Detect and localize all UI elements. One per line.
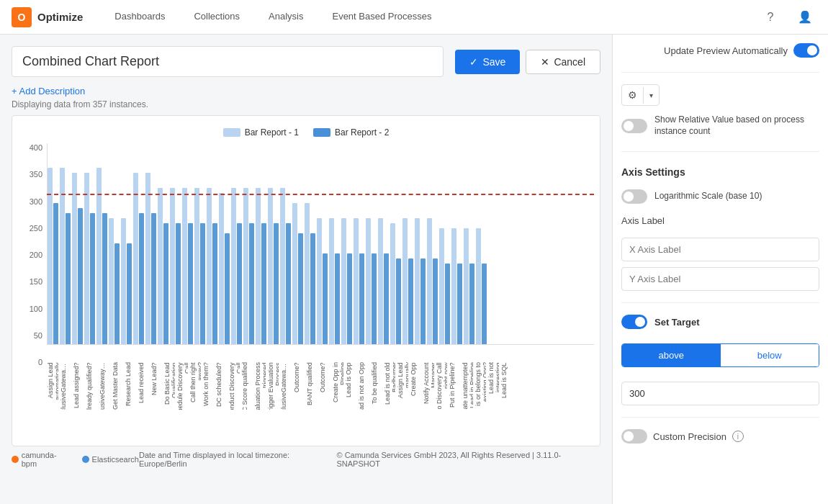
x-axis-label: Outcome? (319, 362, 330, 410)
logarithmic-label: Logarithmic Scale (base 10) (654, 191, 762, 202)
y-axis-label: 0 (38, 358, 42, 366)
y-axis-label: 250 (30, 224, 42, 233)
bar-group (158, 188, 168, 344)
y-axis-label: 100 (30, 305, 42, 313)
update-preview-row: Update Preview Automatically (621, 43, 819, 58)
nav-items: Dashboards Collections Analysis Event Ba… (100, 0, 446, 35)
main-area: ✓ Save ✕ Cancel + Add Description Displa… (0, 35, 828, 504)
report-title-input[interactable] (12, 46, 444, 77)
bar-1 (292, 203, 297, 344)
add-description-link[interactable]: + Add Description (12, 86, 600, 96)
save-button[interactable]: ✓ Save (455, 50, 520, 74)
below-button[interactable]: below (721, 344, 819, 366)
content-area: ✓ Save ✕ Cancel + Add Description Displa… (0, 35, 612, 504)
bar-group (476, 228, 487, 344)
help-button[interactable]: ? (759, 6, 782, 29)
bar-2 (384, 253, 389, 344)
bar-2 (102, 213, 107, 344)
target-line (47, 194, 594, 195)
custom-precision-row: Custom Precision i (621, 429, 819, 444)
bar-2 (323, 253, 328, 344)
title-bar: ✓ Save ✕ Cancel (12, 46, 600, 77)
nav-dashboards[interactable]: Dashboards (100, 0, 179, 35)
bar-1 (305, 203, 310, 344)
user-button[interactable]: 👤 (793, 6, 816, 29)
cancel-button[interactable]: ✕ Cancel (526, 50, 600, 74)
x-axis-label: ExclusiveGateway_0m8przv (280, 362, 292, 410)
x-axis-label: DC Score qualified (241, 362, 253, 410)
x-axis-label: Trigger Evaluation Process (267, 362, 279, 410)
bar-group (121, 218, 132, 344)
y-axis-input[interactable] (621, 267, 819, 291)
footer-copyright: © Camunda Services GmbH 2023, All Rights… (336, 451, 600, 468)
show-relative-toggle[interactable] (621, 119, 647, 133)
x-axis-label: InclusiveGateway_1qmuhing (99, 362, 110, 410)
elastic-dot (82, 456, 89, 463)
bar-2 (433, 258, 438, 344)
custom-precision-toggle[interactable] (621, 429, 647, 444)
y-axis: 400350300250200150100500 (18, 143, 47, 410)
bar-group (256, 188, 266, 344)
bar-group (292, 203, 303, 344)
bar-2 (78, 208, 83, 344)
bar-group (415, 218, 426, 344)
bar-1 (439, 228, 444, 344)
logarithmic-toggle[interactable] (621, 189, 647, 204)
above-button[interactable]: above (622, 344, 721, 366)
x-axis-label: Lead is Opp (345, 362, 356, 410)
bar-group (219, 193, 230, 344)
nav-analysis[interactable]: Analysis (254, 0, 318, 35)
set-target-row: Set Target (621, 315, 819, 329)
bar-group (378, 218, 389, 344)
show-relative-label: Show Relative Value based on process ins… (654, 114, 819, 137)
target-value-input[interactable] (621, 382, 819, 405)
bar-2 (372, 253, 377, 344)
x-axis-label: Lead is not old Badburner (384, 362, 395, 410)
bar-1 (133, 173, 138, 344)
x-axis-label: Lead is not an Opp (358, 362, 369, 410)
legend-label-1: Bar Report - 1 (245, 127, 299, 138)
footer: camunda-bpm Elasticsearch Date and Time … (12, 446, 600, 472)
update-preview-toggle[interactable] (793, 43, 819, 58)
bar-1 (341, 218, 346, 344)
bars-area (47, 143, 594, 345)
footer-timezone: Date and Time displayed in local timezon… (139, 451, 337, 468)
legend-label-2: Bar Report - 2 (335, 127, 389, 138)
x-axis-label: Lead is SQL (500, 362, 512, 410)
bar-1 (243, 188, 248, 344)
bar-group (390, 223, 401, 344)
logarithmic-row: Logarithmic Scale (base 10) (621, 189, 819, 204)
x-axis-label: Get Master Data (112, 362, 123, 410)
settings-gear-button[interactable]: ⚙ ▾ (621, 84, 660, 106)
bar-1 (170, 188, 175, 344)
x-axis-label: Already qualified? (86, 362, 97, 410)
nav-event-based-processes[interactable]: Event Based Processes (318, 0, 446, 35)
bar-2 (347, 253, 352, 344)
x-axis-label: Call then right away? (189, 362, 201, 410)
set-target-toggle[interactable] (621, 315, 647, 329)
bar-1 (451, 228, 456, 344)
logo-area: O Optimize (12, 7, 83, 27)
action-buttons: ✓ Save ✕ Cancel (455, 50, 600, 74)
instance-info: Displaying data from 357 instances. (12, 99, 600, 109)
chevron-down-icon: ▾ (643, 87, 659, 104)
cancel-x-icon: ✕ (541, 56, 549, 68)
axis-settings-title: Axis Settings (621, 166, 819, 178)
bar-1 (390, 223, 395, 344)
chart-inner: Assign Lead automaticallyExclusiveGatewa… (47, 143, 594, 410)
x-axis-input[interactable] (621, 238, 819, 261)
custom-precision-info-icon[interactable]: i (732, 431, 744, 442)
x-axis-label: Notify Account Manager (423, 362, 434, 410)
target-input-wrap (621, 382, 819, 405)
update-preview-label: Update Preview Automatically (664, 45, 788, 56)
bar-group (366, 218, 377, 344)
bar-1 (84, 173, 89, 344)
y-axis-label: 50 (34, 331, 42, 340)
nav-collections[interactable]: Collections (179, 0, 254, 35)
x-labels: Assign Lead automaticallyExclusiveGatewa… (47, 362, 594, 410)
right-panel: Update Preview Automatically ⚙ ▾ Show Re… (612, 35, 828, 504)
bar-2 (335, 253, 340, 344)
bar-1 (415, 218, 420, 344)
x-axis-label: New Lead? (150, 362, 162, 410)
bar-group (341, 218, 352, 344)
